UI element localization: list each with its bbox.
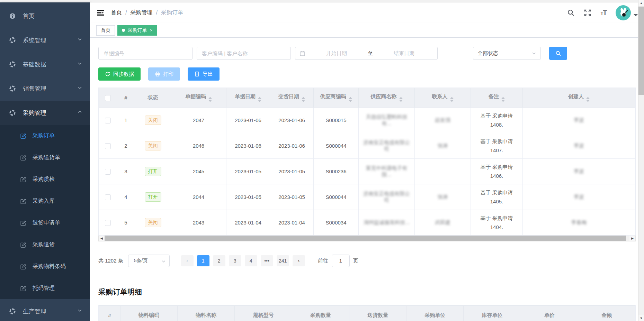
search-icon[interactable] bbox=[567, 9, 575, 17]
sidebar-item-purchase-material-barcode[interactable]: 采购物料条码 bbox=[0, 256, 90, 277]
sidebar-item-return-request[interactable]: 退货申请单 bbox=[0, 212, 90, 234]
row-checkbox[interactable] bbox=[105, 169, 111, 175]
select-all-checkbox[interactable] bbox=[105, 95, 111, 101]
sidebar-item-sales[interactable]: 销售管理 bbox=[0, 76, 90, 101]
dashboard-icon bbox=[9, 12, 16, 19]
user-menu[interactable] bbox=[616, 5, 638, 20]
next-page-button[interactable]: › bbox=[293, 255, 305, 266]
search-icon bbox=[555, 51, 561, 56]
column-header[interactable]: 备注 bbox=[471, 88, 523, 108]
column-header[interactable]: 单据编码 bbox=[171, 88, 226, 108]
edit-icon bbox=[20, 198, 26, 204]
page-button-2[interactable]: 2 bbox=[213, 255, 225, 266]
status-select[interactable]: 全部状态 bbox=[473, 47, 541, 60]
sidebar-item-base-data[interactable]: 基础数据 bbox=[0, 52, 90, 76]
sidebar-item-purchase-delivery[interactable]: 采购送货单 bbox=[0, 147, 90, 168]
sort-caret-icon[interactable] bbox=[349, 97, 352, 102]
row-checkbox[interactable] bbox=[105, 143, 111, 149]
creator-cell: 李波 bbox=[523, 184, 635, 210]
sidebar-item-label: 退货申请单 bbox=[33, 219, 60, 227]
column-header[interactable]: 单据日期 bbox=[226, 88, 270, 108]
page-size-select[interactable]: 5条/页 bbox=[128, 255, 170, 267]
font-size-icon[interactable]: TT bbox=[600, 9, 607, 17]
user-avatar[interactable] bbox=[616, 5, 631, 20]
horizontal-scrollbar[interactable]: ◀ ▶ bbox=[98, 236, 636, 241]
order-row[interactable]: 5关闭20432023-01-042023-01-04S000034湖州益诚服装… bbox=[99, 210, 635, 236]
fullscreen-icon[interactable] bbox=[584, 9, 591, 17]
status-select-value: 全部状态 bbox=[477, 50, 531, 57]
row-checkbox[interactable] bbox=[105, 118, 111, 123]
sort-caret-icon[interactable] bbox=[586, 97, 590, 102]
scroll-up-arrow-icon[interactable]: ▲ bbox=[638, 0, 644, 6]
order-row[interactable]: 1关闭20472023-01-062023-01-06S000015天德信弘塑料… bbox=[99, 108, 635, 133]
vertical-scrollbar[interactable]: ▲ ▼ bbox=[638, 0, 644, 321]
vertical-scroll-thumb[interactable] bbox=[638, 7, 644, 95]
sidebar-item-system[interactable]: 系统管理 bbox=[0, 28, 90, 52]
sidebar-item-purchase-return[interactable]: 采购退货 bbox=[0, 234, 90, 256]
sort-caret-icon[interactable] bbox=[258, 97, 261, 102]
column-header[interactable]: 供应商名称 bbox=[359, 88, 415, 108]
select-all-header bbox=[99, 88, 117, 108]
breadcrumb-separator: / bbox=[156, 10, 157, 16]
contact-cell: 张涛 bbox=[415, 133, 471, 159]
chevron-down-icon bbox=[531, 51, 536, 56]
filter-row: 开始日期 至 结束日期 全部状态 bbox=[98, 47, 636, 60]
breadcrumb-item: 采购订单 bbox=[161, 9, 183, 16]
sidebar-item-purchase-order[interactable]: 采购订单 bbox=[0, 125, 90, 147]
breadcrumb-item[interactable]: 首页 bbox=[111, 9, 122, 16]
goto-page-input[interactable] bbox=[332, 255, 350, 267]
sidebar-item-pallet-code[interactable]: 托码管理 bbox=[0, 277, 90, 299]
row-index: 5 bbox=[117, 210, 135, 236]
close-icon[interactable]: × bbox=[150, 28, 153, 33]
sidebar-fold-icon[interactable] bbox=[96, 9, 105, 17]
order-row[interactable]: 4打开20442023-01-052023-01-05S000044济南安正电缆… bbox=[99, 184, 635, 210]
sidebar-item-purchase-qc[interactable]: 采购质检 bbox=[0, 168, 90, 190]
tab-purchase-order[interactable]: 采购订单× bbox=[117, 25, 157, 36]
scroll-right-arrow-icon[interactable]: ▶ bbox=[629, 236, 635, 241]
sort-caret-icon[interactable] bbox=[208, 97, 212, 102]
export-button[interactable]: 导出 bbox=[188, 67, 220, 81]
range-separator: 至 bbox=[368, 50, 373, 57]
breadcrumb-item[interactable]: 采购管理 bbox=[130, 9, 152, 16]
print-button[interactable]: 打印 bbox=[148, 67, 180, 81]
page-button-1[interactable]: 1 bbox=[197, 255, 209, 266]
doc-no-input[interactable] bbox=[98, 47, 193, 60]
tab-home[interactable]: 首页 bbox=[96, 25, 115, 36]
column-header[interactable]: 交货日期 bbox=[270, 88, 314, 108]
prev-page-button[interactable]: ‹ bbox=[181, 255, 194, 266]
sort-caret-icon[interactable] bbox=[501, 97, 505, 102]
more-pages-button[interactable]: ••• bbox=[261, 255, 273, 266]
order-row[interactable]: 2关闭20462023-01-062023-01-06S000044济南安正电缆… bbox=[99, 133, 635, 159]
sort-caret-icon[interactable] bbox=[450, 97, 454, 102]
page-button-3[interactable]: 3 bbox=[229, 255, 241, 266]
horizontal-scroll-thumb[interactable] bbox=[105, 236, 626, 241]
sort-caret-icon[interactable] bbox=[302, 97, 305, 102]
search-button[interactable] bbox=[549, 47, 567, 60]
detail-column-header: 采购数量 bbox=[292, 306, 349, 321]
customer-input[interactable] bbox=[197, 47, 291, 60]
toolbar: 同步数据 打印 导出 bbox=[98, 67, 636, 81]
sidebar-item-home[interactable]: 首页 bbox=[0, 4, 90, 28]
page-buttons: 1234•••241 bbox=[195, 255, 291, 266]
category-icon bbox=[9, 109, 16, 116]
page-button-241[interactable]: 241 bbox=[277, 255, 289, 266]
scroll-left-arrow-icon[interactable]: ◀ bbox=[99, 236, 105, 241]
scroll-down-arrow-icon[interactable]: ▼ bbox=[638, 315, 644, 321]
row-checkbox[interactable] bbox=[105, 194, 111, 200]
sort-caret-icon[interactable] bbox=[399, 97, 403, 102]
column-header[interactable]: 创建人 bbox=[523, 88, 635, 108]
sidebar-item-purchase-inbound[interactable]: 采购入库 bbox=[0, 190, 90, 212]
end-date-placeholder[interactable]: 结束日期 bbox=[375, 50, 433, 57]
row-checkbox[interactable] bbox=[105, 220, 111, 226]
sidebar-item-production[interactable]: 生产管理 bbox=[0, 299, 90, 321]
row-index: 3 bbox=[117, 159, 135, 184]
start-date-placeholder[interactable]: 开始日期 bbox=[307, 50, 366, 57]
page-button-4[interactable]: 4 bbox=[245, 255, 257, 266]
column-header[interactable]: 联系人 bbox=[415, 88, 471, 108]
order-row[interactable]: 3打开20452023-01-052023-01-05S000236莱芜中科源电… bbox=[99, 159, 635, 184]
sidebar-item-purchase[interactable]: 采购管理 bbox=[0, 101, 90, 125]
column-header[interactable]: 供应商编码 bbox=[314, 88, 359, 108]
sync-data-button[interactable]: 同步数据 bbox=[98, 67, 141, 81]
date-range-picker[interactable]: 开始日期 至 结束日期 bbox=[295, 47, 438, 60]
detail-table: #物料编码物料名称规格型号采购数量送货数量采购单位库存单位单价金额 bbox=[99, 305, 635, 321]
